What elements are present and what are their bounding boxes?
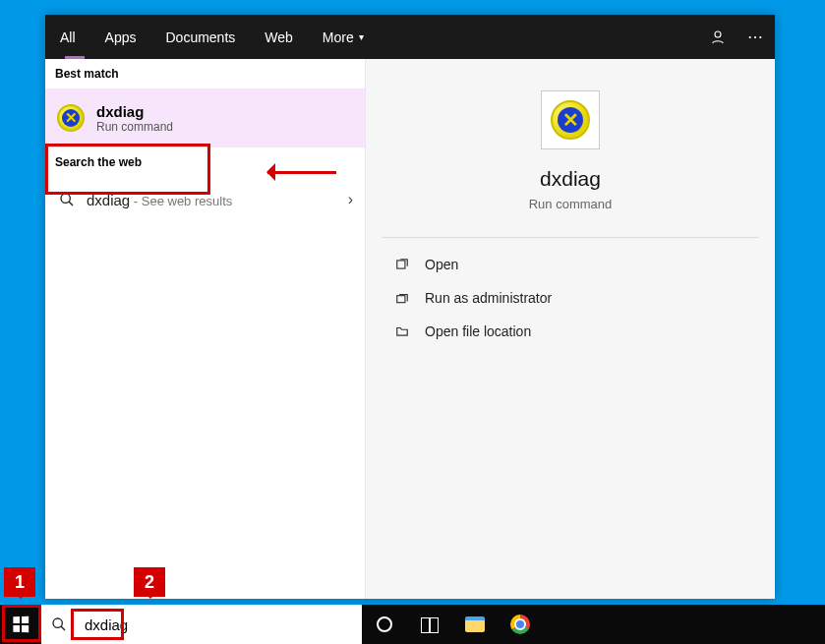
action-open[interactable]: Open bbox=[366, 248, 775, 281]
svg-point-0 bbox=[715, 31, 721, 37]
section-best-match: Best match bbox=[45, 59, 365, 88]
tab-label: Web bbox=[265, 29, 293, 45]
action-run-admin[interactable]: Run as administrator bbox=[366, 281, 775, 315]
chrome-icon bbox=[510, 615, 530, 634]
result-subtitle: Run command bbox=[96, 120, 173, 134]
taskbar bbox=[0, 605, 825, 644]
web-search-result[interactable]: dxdiag - See web results › bbox=[45, 177, 365, 222]
annotation-callout-1: 1 bbox=[4, 567, 35, 597]
tab-documents[interactable]: Documents bbox=[150, 15, 250, 59]
svg-line-6 bbox=[61, 626, 65, 630]
svg-point-5 bbox=[53, 618, 62, 627]
tab-label: More bbox=[323, 29, 354, 45]
action-label: Open bbox=[425, 257, 458, 272]
start-search-panel: All Apps Documents Web More▾ ⋯ Best matc… bbox=[45, 15, 775, 599]
results-pane: Best match ✕ dxdiag Run command Search t… bbox=[45, 59, 366, 599]
preview-subtitle: Run command bbox=[529, 197, 613, 211]
svg-point-1 bbox=[61, 194, 70, 203]
svg-rect-3 bbox=[397, 261, 405, 268]
feedback-icon[interactable] bbox=[708, 28, 728, 47]
dxdiag-icon: ✕ bbox=[551, 100, 590, 140]
action-open-location[interactable]: Open file location bbox=[366, 315, 775, 348]
tab-all[interactable]: All bbox=[45, 15, 90, 59]
section-search-web: Search the web bbox=[45, 147, 365, 177]
svg-line-2 bbox=[69, 202, 73, 205]
admin-icon bbox=[393, 291, 411, 305]
web-result-text: dxdiag - See web results bbox=[87, 192, 232, 208]
tab-web[interactable]: Web bbox=[250, 15, 308, 59]
start-button[interactable] bbox=[0, 605, 41, 644]
dxdiag-icon: ✕ bbox=[57, 104, 85, 132]
search-filter-tabs: All Apps Documents Web More▾ ⋯ bbox=[45, 15, 775, 59]
divider bbox=[382, 237, 759, 238]
windows-logo-icon bbox=[13, 616, 29, 633]
chevron-right-icon: › bbox=[348, 191, 353, 208]
svg-rect-4 bbox=[397, 296, 405, 303]
best-match-result[interactable]: ✕ dxdiag Run command bbox=[45, 88, 365, 147]
preview-pane: ✕ dxdiag Run command Open Run as adminis… bbox=[366, 59, 775, 599]
annotation-callout-2: 2 bbox=[134, 567, 165, 597]
search-icon bbox=[57, 190, 77, 209]
tab-label: Documents bbox=[165, 29, 235, 45]
tab-label: All bbox=[60, 29, 76, 45]
preview-icon: ✕ bbox=[541, 90, 600, 149]
preview-title: dxdiag bbox=[540, 167, 601, 191]
search-content: Best match ✕ dxdiag Run command Search t… bbox=[45, 59, 775, 599]
action-label: Open file location bbox=[425, 323, 531, 339]
tab-label: Apps bbox=[105, 29, 137, 45]
chevron-down-icon: ▾ bbox=[359, 31, 364, 42]
search-input[interactable] bbox=[85, 616, 354, 633]
action-label: Run as administrator bbox=[425, 290, 552, 306]
file-explorer-button[interactable] bbox=[452, 616, 498, 632]
search-icon bbox=[49, 615, 69, 634]
task-view-button[interactable] bbox=[407, 617, 452, 631]
folder-icon bbox=[393, 324, 411, 338]
taskbar-search-box[interactable] bbox=[41, 605, 362, 644]
task-view-icon bbox=[421, 617, 439, 631]
options-icon[interactable]: ⋯ bbox=[745, 28, 765, 47]
cortana-icon bbox=[377, 616, 392, 632]
file-explorer-icon bbox=[465, 616, 485, 632]
tab-more[interactable]: More▾ bbox=[308, 15, 379, 59]
cortana-button[interactable] bbox=[362, 616, 407, 632]
open-icon bbox=[393, 258, 411, 271]
chrome-button[interactable] bbox=[498, 615, 543, 634]
result-title: dxdiag bbox=[96, 103, 173, 120]
tab-apps[interactable]: Apps bbox=[90, 15, 151, 59]
